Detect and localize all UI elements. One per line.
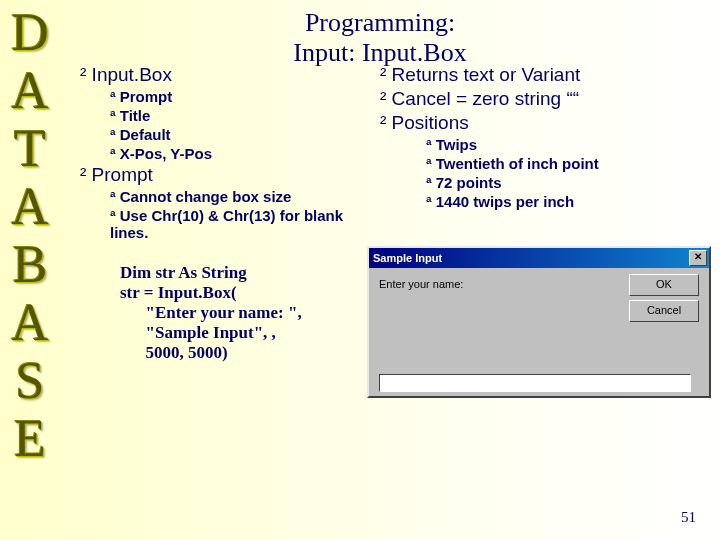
sidebar-letter: E xyxy=(0,410,60,468)
sidebar-letter: T xyxy=(0,120,60,178)
slide-title: Programming: Input: Input.Box xyxy=(200,8,560,68)
cancel-button[interactable]: Cancel xyxy=(629,300,699,322)
left-column: ² Input.Box ª Prompt ª Title ª Default ª… xyxy=(80,62,370,363)
bullet-sub: ª Use Chr(10) & Chr(13) for blank lines. xyxy=(110,207,370,241)
bullet-sub: ª 72 points xyxy=(426,174,660,191)
sidebar-letter: A xyxy=(0,62,60,120)
bullet-sub: ª Prompt xyxy=(110,88,370,105)
input-dialog: Sample Input ✕ Enter your name: OK Cance… xyxy=(367,246,711,398)
bullet-header: ² Returns text or Variant xyxy=(380,64,660,86)
bullet-sub: ª Default xyxy=(110,126,370,143)
page-number: 51 xyxy=(681,509,696,526)
dialog-titlebar[interactable]: Sample Input ✕ xyxy=(369,248,709,268)
bullet-sub: ª Cannot change box size xyxy=(110,188,370,205)
title-line1: Programming: xyxy=(305,8,455,37)
bullet-sub: ª 1440 twips per inch xyxy=(426,193,660,210)
sidebar-letter: A xyxy=(0,178,60,236)
bullet-sub: ª Title xyxy=(110,107,370,124)
code-block: Dim str As String str = Input.Box( "Ente… xyxy=(120,263,370,363)
sidebar: D A T A B A S E xyxy=(0,0,60,484)
close-icon[interactable]: ✕ xyxy=(689,250,707,266)
bullet-header: ² Input.Box xyxy=(80,64,370,86)
bullet-header: ² Prompt xyxy=(80,164,370,186)
bullet-sub: ª Twips xyxy=(426,136,660,153)
bullet-sub: ª X-Pos, Y-Pos xyxy=(110,145,370,162)
dialog-text-input[interactable] xyxy=(379,374,691,392)
dialog-title: Sample Input xyxy=(371,252,689,264)
sidebar-letter: A xyxy=(0,294,60,352)
right-column: ² Returns text or Variant ² Cancel = zer… xyxy=(380,62,660,212)
sidebar-letter: D xyxy=(0,4,60,62)
sidebar-letter: B xyxy=(0,236,60,294)
dialog-body: Enter your name: OK Cancel xyxy=(369,268,709,402)
sidebar-letter: S xyxy=(0,352,60,410)
bullet-header: ² Positions xyxy=(380,112,660,134)
ok-button[interactable]: OK xyxy=(629,274,699,296)
dialog-prompt: Enter your name: xyxy=(379,278,463,290)
bullet-sub: ª Twentieth of inch point xyxy=(426,155,660,172)
bullet-header: ² Cancel = zero string ““ xyxy=(380,88,660,110)
